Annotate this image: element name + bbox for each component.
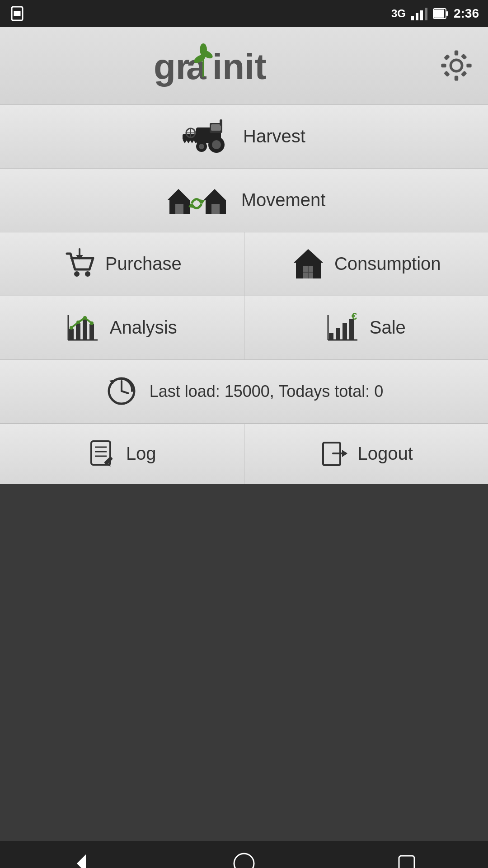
- svg-rect-5: [425, 8, 427, 20]
- svg-rect-20: [466, 64, 471, 67]
- harvest-label: Harvest: [243, 126, 305, 146]
- sim-icon: [9, 5, 25, 22]
- main-container: gr a init: [0, 27, 488, 484]
- svg-point-37: [212, 140, 221, 149]
- svg-marker-31: [190, 140, 194, 143]
- svg-rect-21: [444, 54, 450, 61]
- purchase-label: Purchase: [105, 254, 182, 274]
- consumption-button[interactable]: Consumption: [244, 232, 488, 296]
- network-indicator: 3G: [391, 7, 406, 20]
- movement-icon: [163, 182, 230, 218]
- logo-svg: gr a init: [149, 41, 339, 90]
- last-load-text: Last load: 15000, Todays total: 0: [150, 382, 384, 401]
- nav-recent-icon: [395, 852, 418, 868]
- svg-rect-24: [461, 71, 467, 77]
- analysis-button[interactable]: Analysis: [0, 296, 244, 359]
- logout-button[interactable]: Logout: [244, 424, 488, 484]
- gear-icon: [441, 50, 472, 81]
- svg-rect-68: [329, 333, 333, 340]
- svg-rect-58: [69, 329, 74, 340]
- svg-rect-4: [420, 10, 423, 20]
- harvest-button[interactable]: Harvest: [0, 105, 488, 169]
- logout-icon: [319, 439, 349, 468]
- status-bar-left: [9, 5, 25, 22]
- settings-button[interactable]: [438, 47, 474, 84]
- svg-point-39: [199, 144, 204, 149]
- header: gr a init: [0, 27, 488, 105]
- svg-rect-1: [14, 11, 21, 16]
- svg-rect-59: [76, 323, 80, 340]
- svg-point-14: [200, 43, 207, 56]
- svg-rect-18: [455, 76, 458, 81]
- log-icon-container: [88, 439, 117, 468]
- bottom-buttons: Log Logout: [0, 424, 488, 484]
- svg-rect-2: [411, 16, 414, 20]
- svg-marker-29: [183, 140, 187, 143]
- svg-point-64: [83, 316, 87, 320]
- status-bar-right: 3G 2:36: [391, 6, 479, 21]
- signal-icon: [410, 7, 428, 20]
- svg-rect-23: [444, 71, 450, 77]
- svg-rect-19: [441, 64, 446, 67]
- svg-marker-30: [186, 140, 191, 143]
- logo-container: gr a init: [149, 41, 339, 90]
- movement-button[interactable]: Movement: [0, 169, 488, 232]
- svg-rect-70: [343, 323, 347, 340]
- svg-rect-3: [416, 13, 418, 20]
- analysis-label: Analysis: [110, 317, 177, 338]
- log-button[interactable]: Log: [0, 424, 244, 484]
- purchase-consumption-row: Purchase Consumption: [0, 232, 488, 296]
- svg-point-62: [70, 326, 73, 330]
- svg-marker-87: [342, 450, 347, 457]
- status-bar: 3G 2:36: [0, 0, 488, 27]
- cart-icon: [62, 247, 96, 281]
- last-load-bar: Last load: 15000, Todays total: 0: [0, 360, 488, 424]
- harvest-icon-container: [183, 118, 232, 155]
- svg-rect-60: [83, 319, 87, 340]
- svg-rect-48: [211, 204, 220, 214]
- svg-rect-22: [461, 54, 467, 60]
- sale-button[interactable]: € Sale: [244, 296, 488, 359]
- time-display: 2:36: [454, 6, 479, 21]
- svg-rect-8: [446, 11, 448, 16]
- analysis-sale-row: Analysis € Sale: [0, 296, 488, 360]
- svg-text:€: €: [352, 311, 357, 322]
- svg-rect-43: [175, 204, 183, 214]
- sale-label: Sale: [370, 317, 406, 338]
- svg-marker-41: [167, 189, 190, 200]
- battery-icon: [433, 7, 449, 20]
- sale-icon-container: €: [327, 311, 361, 344]
- svg-rect-7: [434, 9, 444, 18]
- svg-rect-61: [89, 324, 94, 340]
- clock-icon: [105, 374, 139, 408]
- purchase-icon-container: [62, 247, 96, 281]
- nav-back-button[interactable]: [63, 845, 99, 868]
- analysis-icon-container: [67, 311, 101, 344]
- consumption-label: Consumption: [334, 254, 441, 274]
- nav-home-button[interactable]: [226, 845, 262, 868]
- svg-line-77: [122, 391, 128, 393]
- svg-marker-53: [294, 249, 323, 263]
- logout-icon-container: [319, 439, 349, 468]
- clock-icon-container: [105, 374, 139, 408]
- svg-text:init: init: [212, 47, 267, 87]
- svg-rect-17: [455, 51, 458, 56]
- svg-point-50: [85, 271, 90, 277]
- consumption-icon-container: [291, 247, 325, 281]
- svg-point-63: [76, 321, 80, 324]
- purchase-button[interactable]: Purchase: [0, 232, 244, 296]
- svg-point-89: [234, 854, 254, 868]
- sale-icon: €: [327, 311, 361, 344]
- log-icon: [88, 439, 117, 468]
- log-label: Log: [126, 443, 156, 464]
- nav-recent-button[interactable]: [389, 845, 425, 868]
- movement-icon-container: [163, 182, 230, 218]
- nav-home-icon: [233, 852, 255, 868]
- svg-rect-90: [399, 856, 414, 868]
- svg-marker-46: [203, 189, 226, 200]
- consumption-icon: [291, 247, 325, 281]
- svg-rect-27: [211, 124, 221, 131]
- svg-point-65: [90, 321, 94, 325]
- svg-text:gr: gr: [154, 47, 190, 87]
- dark-bottom-area: [0, 484, 488, 841]
